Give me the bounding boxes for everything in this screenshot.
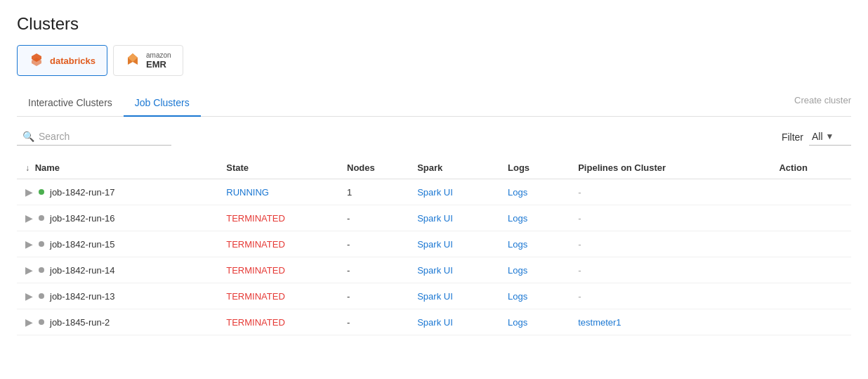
table-row: ▶ job-1842-run-14 TERMINATED - Spark UI … xyxy=(17,257,851,283)
action-cell xyxy=(770,283,851,309)
provider-tab-emr[interactable]: amazon EMR xyxy=(113,45,183,76)
nodes-value: - xyxy=(347,265,350,276)
spark-cell: Spark UI xyxy=(409,309,499,335)
cluster-tabs-row: Interactive Clusters Job Clusters Create… xyxy=(17,90,851,117)
spark-cell: Spark UI xyxy=(409,205,499,231)
pipeline-dash: - xyxy=(578,213,581,224)
col-header-nodes: Nodes xyxy=(338,157,409,179)
expand-icon[interactable]: ▶ xyxy=(25,212,33,224)
nodes-value: - xyxy=(347,317,350,328)
search-input[interactable] xyxy=(39,131,166,142)
logs-cell: Logs xyxy=(499,231,570,257)
nodes-cell: 1 xyxy=(338,179,409,205)
nodes-value: - xyxy=(347,213,350,224)
expand-icon[interactable]: ▶ xyxy=(25,186,33,198)
table-header-row: ↓ Name State Nodes Spark Logs Pipelines … xyxy=(17,157,851,179)
logs-link[interactable]: Logs xyxy=(508,213,527,224)
spark-cell: Spark UI xyxy=(409,231,499,257)
cluster-name: job-1842-run-17 xyxy=(50,187,115,198)
nodes-value: - xyxy=(347,239,350,250)
status-dot xyxy=(39,215,44,221)
logs-cell: Logs xyxy=(499,179,570,205)
spark-ui-link[interactable]: Spark UI xyxy=(417,291,453,302)
action-cell xyxy=(770,257,851,283)
clusters-table: ↓ Name State Nodes Spark Logs Pipelines … xyxy=(17,157,851,335)
logs-link[interactable]: Logs xyxy=(508,291,527,302)
state-cell: TERMINATED xyxy=(218,309,338,335)
pipelines-cell: - xyxy=(570,179,770,205)
filter-label: Filter xyxy=(782,131,803,143)
nodes-value: 1 xyxy=(347,187,352,198)
name-cell: ▶ job-1842-run-17 xyxy=(17,179,218,205)
table-row: ▶ job-1842-run-15 TERMINATED - Spark UI … xyxy=(17,231,851,257)
status-dot xyxy=(39,189,44,195)
cluster-name: job-1842-run-16 xyxy=(50,213,115,224)
cluster-name: job-1842-run-15 xyxy=(50,239,115,250)
cluster-name: job-1842-run-13 xyxy=(50,291,115,302)
name-cell: ▶ job-1842-run-14 xyxy=(17,257,218,283)
name-cell: ▶ job-1842-run-16 xyxy=(17,205,218,231)
col-header-action: Action xyxy=(770,157,851,179)
filter-row: Filter All ▼ xyxy=(782,128,851,146)
filter-value: All xyxy=(812,131,823,142)
status-dot xyxy=(39,267,44,273)
chevron-down-icon: ▼ xyxy=(826,131,834,141)
page-container: Clusters databricks amazon xyxy=(0,0,868,349)
name-cell: ▶ job-1845-run-2 xyxy=(17,309,218,335)
logs-cell: Logs xyxy=(499,205,570,231)
nodes-value: - xyxy=(347,291,350,302)
nodes-cell: - xyxy=(338,283,409,309)
spark-ui-link[interactable]: Spark UI xyxy=(417,239,453,250)
logs-link[interactable]: Logs xyxy=(508,265,527,276)
action-cell xyxy=(770,231,851,257)
tab-job-clusters[interactable]: Job Clusters xyxy=(124,90,201,117)
spark-ui-link[interactable]: Spark UI xyxy=(417,317,453,328)
expand-icon[interactable]: ▶ xyxy=(25,316,33,328)
emr-icon xyxy=(125,52,140,70)
expand-icon[interactable]: ▶ xyxy=(25,290,33,302)
state-value: TERMINATED xyxy=(226,265,285,276)
col-header-name: ↓ Name xyxy=(17,157,218,179)
logs-link[interactable]: Logs xyxy=(508,317,527,328)
spark-ui-link[interactable]: Spark UI xyxy=(417,187,453,198)
logs-cell: Logs xyxy=(499,309,570,335)
table-row: ▶ job-1842-run-17 RUNNING 1 Spark UI Log… xyxy=(17,179,851,205)
expand-icon[interactable]: ▶ xyxy=(25,238,33,250)
action-cell xyxy=(770,309,851,335)
expand-icon[interactable]: ▶ xyxy=(25,264,33,276)
search-icon: 🔍 xyxy=(22,131,34,142)
logs-link[interactable]: Logs xyxy=(508,239,527,250)
nodes-cell: - xyxy=(338,205,409,231)
spark-ui-link[interactable]: Spark UI xyxy=(417,213,453,224)
tab-interactive-clusters[interactable]: Interactive Clusters xyxy=(17,90,124,117)
page-title: Clusters xyxy=(17,14,851,34)
create-cluster-button[interactable]: Create cluster xyxy=(794,95,851,105)
cluster-name: job-1842-run-14 xyxy=(50,265,115,276)
action-cell xyxy=(770,179,851,205)
databricks-label: databricks xyxy=(50,56,96,66)
pipeline-link[interactable]: testmeter1 xyxy=(578,317,621,328)
filter-select[interactable]: All ▼ xyxy=(809,128,851,146)
state-value: TERMINATED xyxy=(226,213,285,224)
state-value: TERMINATED xyxy=(226,291,285,302)
table-row: ▶ job-1842-run-13 TERMINATED - Spark UI … xyxy=(17,283,851,309)
state-cell: TERMINATED xyxy=(218,257,338,283)
nodes-cell: - xyxy=(338,231,409,257)
cluster-tabs: Interactive Clusters Job Clusters xyxy=(17,90,201,116)
col-header-pipelines: Pipelines on Cluster xyxy=(570,157,770,179)
logs-cell: Logs xyxy=(499,257,570,283)
pipelines-cell: - xyxy=(570,205,770,231)
pipelines-cell: testmeter1 xyxy=(570,309,770,335)
action-cell xyxy=(770,205,851,231)
state-cell: RUNNING xyxy=(218,179,338,205)
logs-link[interactable]: Logs xyxy=(508,187,527,198)
table-row: ▶ job-1842-run-16 TERMINATED - Spark UI … xyxy=(17,205,851,231)
state-value: TERMINATED xyxy=(226,317,285,328)
pipeline-dash: - xyxy=(578,187,581,198)
spark-ui-link[interactable]: Spark UI xyxy=(417,265,453,276)
status-dot xyxy=(39,241,44,247)
provider-tab-databricks[interactable]: databricks xyxy=(17,45,107,76)
state-cell: TERMINATED xyxy=(218,283,338,309)
pipelines-cell: - xyxy=(570,231,770,257)
amazon-text: amazon xyxy=(146,51,171,59)
